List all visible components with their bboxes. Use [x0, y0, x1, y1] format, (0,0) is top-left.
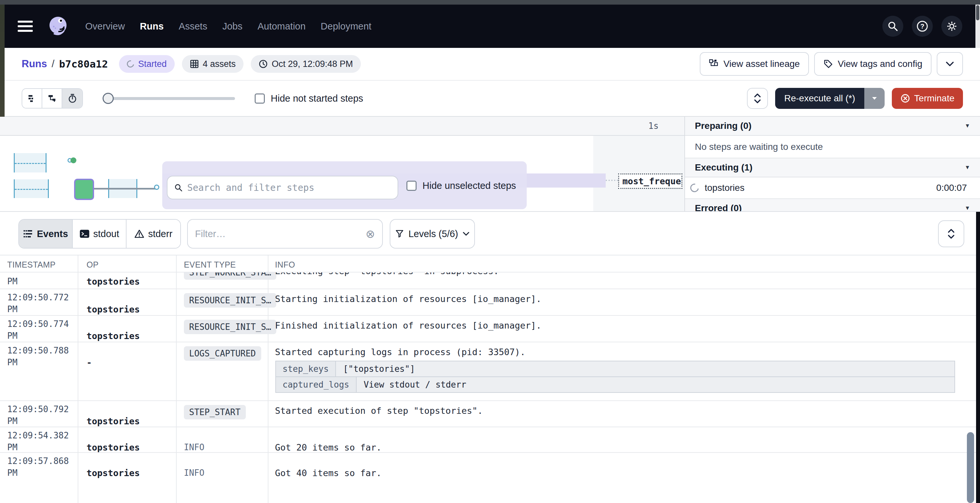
- funnel-icon: [395, 229, 404, 238]
- column-header-timestamp[interactable]: TIMESTAMP: [0, 255, 78, 272]
- run-id: b7c80a12: [59, 58, 108, 70]
- menu-icon[interactable]: [18, 21, 33, 32]
- tab-stderr[interactable]: stderr: [127, 220, 180, 248]
- more-actions-button[interactable]: [937, 52, 963, 76]
- clock-icon: [259, 59, 268, 68]
- gantt-step-not-started[interactable]: [14, 179, 49, 198]
- column-header-event-type[interactable]: EVENT TYPE: [177, 255, 269, 272]
- log-message: Started capturing logs in process (pid: …: [275, 347, 525, 357]
- expand-panel-button[interactable]: [747, 88, 768, 109]
- log-timestamp-meridiem: PM: [7, 331, 18, 341]
- terminate-button[interactable]: Terminate: [892, 88, 963, 109]
- metadata-key: step_keys: [276, 361, 336, 376]
- log-timestamp: 12:09:57.868: [7, 456, 69, 466]
- log-op-name[interactable]: -: [86, 357, 92, 368]
- run-steps-panel: Preparing (0) ▼ No steps are waiting to …: [684, 117, 980, 212]
- help-button[interactable]: ?: [912, 16, 933, 37]
- metadata-value[interactable]: ["topstories"]: [336, 361, 955, 376]
- logs-scrollbar-thumb[interactable]: [967, 432, 974, 503]
- settings-button[interactable]: [941, 16, 962, 37]
- timeline-tick-label: 1s: [648, 121, 659, 131]
- log-op-name[interactable]: topstories: [86, 331, 140, 341]
- levels-filter-button[interactable]: Levels (5/6): [390, 219, 475, 248]
- gantt-step-running-selected[interactable]: [74, 179, 94, 200]
- log-op-name[interactable]: topstories: [86, 468, 140, 478]
- gear-icon: [945, 20, 958, 33]
- nav-item-runs[interactable]: Runs: [140, 21, 164, 32]
- log-table-header: TIMESTAMP OP EVENT TYPE INFO: [0, 255, 980, 272]
- reexecute-dropdown-button[interactable]: [864, 88, 885, 109]
- log-timestamp: 12:09:54.382: [7, 431, 69, 440]
- caret-down-icon: ▼: [965, 123, 970, 129]
- view-tags-config-button[interactable]: View tags and config: [814, 52, 931, 76]
- view-waterfall-button[interactable]: [42, 89, 62, 108]
- table-row[interactable]: 12:09:50.7PMtopstoriesSTEP_WORKER_STA…Ex…: [0, 272, 980, 289]
- scrollbar-thumb[interactable]: [976, 5, 979, 20]
- table-row[interactable]: 12:09:50.774PMtopstoriesRESOURCE_INIT_S……: [0, 316, 980, 342]
- warning-icon: [134, 229, 144, 239]
- column-header-op[interactable]: OP: [78, 255, 177, 272]
- log-timestamp: 12:09:50.772: [7, 293, 69, 302]
- log-op-name[interactable]: topstories: [86, 304, 140, 314]
- executing-section-header[interactable]: Executing (1) ▼: [685, 158, 980, 177]
- view-timing-button[interactable]: [62, 89, 82, 108]
- nav-actions: ?: [882, 16, 962, 37]
- breadcrumb-runs-link[interactable]: Runs: [22, 58, 47, 70]
- gantt-step-not-started[interactable]: [14, 153, 46, 172]
- logs-tab-group: Events stdout stderr: [18, 219, 181, 248]
- view-flat-button[interactable]: [22, 89, 42, 108]
- nav-item-deployment[interactable]: Deployment: [321, 21, 371, 32]
- stopwatch-icon: [67, 94, 77, 103]
- log-message: Started execution of step "topstories".: [275, 406, 483, 416]
- up-down-chevrons-icon: [754, 93, 761, 104]
- table-row[interactable]: 12:09:50.772PMtopstoriesRESOURCE_INIT_S……: [0, 289, 980, 316]
- metadata-value[interactable]: View stdout / stderr: [356, 377, 955, 392]
- status-badge[interactable]: Started: [119, 55, 174, 73]
- tab-stdout[interactable]: stdout: [73, 220, 127, 248]
- hide-unselected-checkbox[interactable]: [406, 181, 417, 191]
- search-button[interactable]: [882, 16, 903, 37]
- hide-not-started-checkbox[interactable]: [255, 94, 265, 103]
- assets-badge[interactable]: 4 assets: [182, 55, 244, 73]
- log-table-body: 12:09:50.7PMtopstoriesSTEP_WORKER_STA…Ex…: [0, 272, 980, 503]
- dagster-logo-icon[interactable]: [46, 15, 70, 38]
- log-timestamp: 12:09:50.792: [7, 404, 69, 414]
- table-row[interactable]: 12:09:50.788PM-LOGS_CAPTUREDStarted capt…: [0, 342, 980, 401]
- chevron-down-icon: [946, 61, 954, 67]
- svg-text:?: ?: [920, 22, 924, 30]
- expand-logs-button[interactable]: [938, 220, 964, 247]
- column-header-info: INFO: [269, 255, 980, 272]
- nav-item-assets[interactable]: Assets: [179, 21, 207, 32]
- nav-item-overview[interactable]: Overview: [85, 21, 125, 32]
- tab-events[interactable]: Events: [19, 220, 73, 248]
- log-event-type-badge: STEP_WORKER_STA…: [184, 272, 276, 280]
- log-op-name[interactable]: topstories: [86, 276, 140, 287]
- view-asset-lineage-button[interactable]: View asset lineage: [700, 52, 809, 76]
- log-op-name[interactable]: topstories: [86, 443, 140, 452]
- table-row[interactable]: 12:09:50.792PMtopstoriesSTEP_STARTStarte…: [0, 401, 980, 427]
- table-row[interactable]: 12:09:54.382PMtopstoriesINFOGot 20 items…: [0, 427, 980, 453]
- preparing-section-header[interactable]: Preparing (0) ▼: [685, 117, 980, 136]
- log-op-name[interactable]: topstories: [86, 416, 140, 426]
- nav-item-jobs[interactable]: Jobs: [222, 21, 242, 32]
- log-filter-input[interactable]: [195, 229, 366, 239]
- clear-filter-icon[interactable]: ⊗: [366, 227, 375, 240]
- top-nav: OverviewRunsAssetsJobsAutomationDeployme…: [5, 5, 975, 48]
- step-search-input[interactable]: [187, 182, 391, 193]
- slider-knob[interactable]: [103, 93, 114, 104]
- log-timestamp-meridiem: PM: [7, 304, 18, 314]
- nav-item-automation[interactable]: Automation: [258, 21, 306, 32]
- logs-scrollbar-track[interactable]: [976, 212, 980, 503]
- gantt-zoom-slider[interactable]: [103, 92, 235, 104]
- log-event-type-badge: LOGS_CAPTURED: [184, 346, 261, 361]
- executing-step-row[interactable]: topstories 0:00:07: [685, 177, 980, 199]
- run-logs-section: Events stdout stderr: [0, 212, 980, 503]
- run-header: Runs / b7c80a12 Started 4 assets Oct 29,…: [5, 48, 980, 81]
- log-timestamp-meridiem: PM: [7, 468, 18, 478]
- gantt-chart: 1s most_frequent_ Hide unselected steps: [0, 117, 980, 212]
- errored-section-header[interactable]: Errored (0) ▼: [685, 199, 980, 212]
- reexecute-all-button[interactable]: Re-execute all (*): [775, 88, 864, 109]
- table-row[interactable]: 12:09:57.868PMtopstoriesINFOGot 40 items…: [0, 453, 980, 503]
- gantt-step-label[interactable]: most_frequent_: [618, 174, 682, 189]
- gantt-step-dot-succeeded[interactable]: [70, 158, 76, 163]
